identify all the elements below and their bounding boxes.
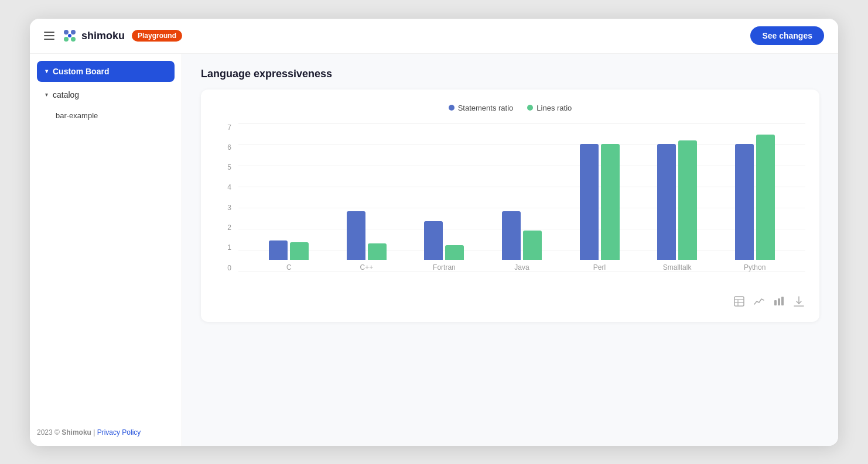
bar-group-cpp: C++	[347, 211, 387, 271]
footer-brand: Shimoku	[61, 428, 91, 436]
sidebar-item-custom-board[interactable]: ▾ Custom Board	[37, 61, 175, 82]
svg-point-2	[64, 37, 69, 42]
x-label-fortran: Fortran	[433, 263, 456, 271]
bar-c-statements	[269, 240, 288, 260]
bar-pair-python	[735, 135, 775, 260]
bar-example-label: bar-example	[56, 111, 98, 120]
bar-python-lines	[756, 135, 775, 260]
body: ▾ Custom Board ▾ catalog bar-example 202…	[30, 54, 838, 446]
legend-statements-label: Statements ratio	[458, 104, 514, 112]
y-label-0: 0	[215, 264, 231, 271]
bar-perl-statements	[580, 144, 599, 259]
x-label-smalltalk: Smalltalk	[663, 263, 692, 271]
bar-java-lines	[523, 231, 542, 259]
bar-chart-area: 0 1 2 3 4 5 6 7	[215, 124, 805, 288]
privacy-policy-link[interactable]: Privacy Policy	[97, 428, 141, 436]
bar-smalltalk-statements	[657, 144, 676, 259]
y-axis-labels: 0 1 2 3 4 5 6 7	[215, 124, 231, 271]
chevron-down-icon: ▾	[45, 68, 48, 74]
header-left: shimoku Playground	[44, 28, 182, 44]
chart-title: Language expressiveness	[201, 68, 819, 80]
chart-toolbar	[215, 295, 805, 308]
bar-pair-smalltalk	[657, 140, 697, 260]
app-window: shimoku Playground See changes ▾ Custom …	[30, 19, 838, 446]
bar-pair-java	[502, 211, 542, 259]
svg-point-1	[71, 30, 76, 35]
y-label-5: 5	[215, 164, 231, 171]
chart-grid-and-bars: C C++	[238, 124, 805, 271]
bar-perl-lines	[601, 144, 620, 259]
chevron-down-icon: ▾	[45, 91, 48, 98]
y-label-7: 7	[215, 124, 231, 131]
bar-pair-fortran	[424, 221, 464, 260]
y-label-4: 4	[215, 184, 231, 191]
x-label-python: Python	[744, 263, 766, 271]
svg-rect-11	[781, 297, 784, 305]
bar-pair-cpp	[347, 211, 387, 259]
x-label-c: C	[286, 263, 292, 271]
bar-cpp-lines	[368, 243, 387, 260]
sidebar: ▾ Custom Board ▾ catalog bar-example 202…	[30, 54, 182, 446]
svg-point-0	[64, 30, 69, 35]
sidebar-item-bar-example[interactable]: bar-example	[37, 106, 175, 125]
logo: shimoku	[61, 28, 125, 44]
legend-dot-blue	[449, 105, 454, 111]
bar-group-c: C	[269, 240, 309, 271]
chart-card: Statements ratio Lines ratio 0 1 2 3	[201, 90, 819, 322]
bar-c-lines	[290, 242, 309, 260]
bar-pair-perl	[580, 144, 620, 259]
sidebar-footer: 2023 © Shimoku | Privacy Policy	[37, 419, 175, 439]
bar-fortran-statements	[424, 221, 443, 260]
bar-smalltalk-lines	[678, 140, 697, 260]
bar-cpp-statements	[347, 211, 365, 259]
x-label-perl: Perl	[593, 263, 606, 271]
table-icon[interactable]	[733, 295, 746, 308]
bar-group-perl: Perl	[580, 144, 620, 271]
catalog-label: catalog	[53, 90, 79, 99]
svg-rect-10	[778, 298, 780, 305]
sidebar-item-catalog[interactable]: ▾ catalog	[37, 85, 175, 104]
y-label-2: 2	[215, 224, 231, 231]
bar-group-fortran: Fortran	[424, 221, 464, 271]
download-icon[interactable]	[792, 295, 805, 308]
x-label-java: Java	[514, 263, 529, 271]
bar-fortran-lines	[445, 245, 464, 260]
bar-group-python: Python	[735, 135, 775, 271]
svg-point-4	[68, 34, 71, 37]
legend-lines: Lines ratio	[527, 104, 572, 112]
custom-board-label: Custom Board	[53, 67, 109, 76]
bar-java-statements	[502, 211, 521, 259]
legend-statements: Statements ratio	[449, 104, 514, 112]
bar-chart-icon[interactable]	[773, 295, 785, 308]
chart-legend: Statements ratio Lines ratio	[215, 104, 805, 112]
legend-lines-label: Lines ratio	[536, 104, 572, 112]
footer-separator: |	[91, 428, 97, 436]
main-content: Language expressiveness Statements ratio…	[182, 54, 838, 446]
y-label-6: 6	[215, 144, 231, 151]
bar-pair-c	[269, 240, 309, 260]
playground-badge: Playground	[132, 30, 182, 42]
shimoku-logo-icon	[61, 28, 78, 44]
header: shimoku Playground See changes	[30, 19, 838, 54]
y-label-3: 3	[215, 204, 231, 211]
logo-text: shimoku	[81, 30, 125, 42]
footer-year: 2023 ©	[37, 428, 61, 436]
bar-group-java: Java	[502, 211, 542, 271]
legend-dot-green	[527, 105, 533, 111]
line-chart-icon[interactable]	[753, 295, 766, 308]
bars-container: C C++	[238, 124, 805, 271]
svg-rect-5	[734, 297, 744, 306]
svg-rect-9	[774, 300, 777, 305]
x-label-cpp: C++	[360, 263, 374, 271]
hamburger-button[interactable]	[44, 32, 54, 40]
bar-python-statements	[735, 144, 754, 259]
bar-group-smalltalk: Smalltalk	[657, 140, 697, 271]
svg-point-3	[71, 37, 76, 42]
see-changes-button[interactable]: See changes	[750, 26, 824, 45]
y-label-1: 1	[215, 244, 231, 251]
